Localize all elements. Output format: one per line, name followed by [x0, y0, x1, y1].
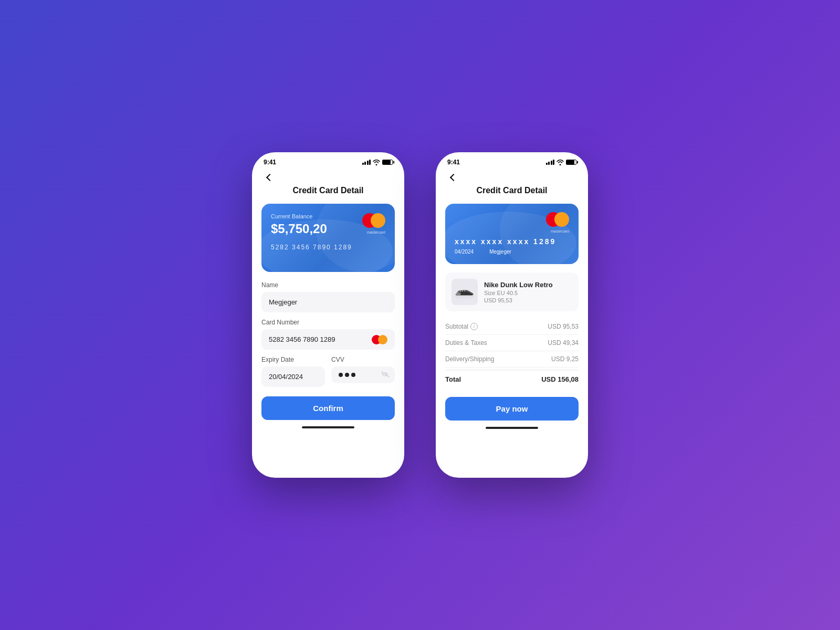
status-icons-right	[546, 160, 577, 165]
cvv-label: CVV	[331, 356, 395, 363]
info-icon: i	[470, 323, 478, 330]
mastercard-icon-field	[372, 334, 388, 345]
pay-now-button[interactable]: Pay now	[445, 397, 579, 421]
page-title-left: Credit Card Detail	[252, 186, 404, 195]
status-bar-right: 9:41	[436, 152, 588, 168]
credit-card-right: mastercard xxxx xxxx xxxx 1289 04/2024 M…	[445, 204, 579, 264]
wifi-icon	[373, 160, 380, 165]
mc-right-circle	[371, 213, 385, 228]
battery-icon	[382, 160, 393, 165]
duties-value: USD 49,34	[548, 339, 579, 346]
back-chevron-icon-right	[450, 174, 457, 181]
card-number-input-wrapper	[261, 329, 395, 350]
cvv-dot-1	[339, 373, 343, 377]
page-title-right: Credit Card Detail	[436, 186, 588, 195]
name-label: Name	[261, 281, 395, 289]
time-left: 9:41	[264, 159, 276, 166]
eye-off-icon	[381, 371, 390, 379]
name-input[interactable]	[261, 292, 395, 312]
total-row: Total USD 156,08	[445, 370, 579, 387]
signal-icon-right	[546, 160, 555, 165]
card-number-left: 5282 3456 7890 1289	[271, 244, 385, 251]
phone-right: 9:41 Credit Card Detail	[436, 152, 588, 478]
subtotal-row: Subtotal i USD 95,53	[445, 319, 579, 335]
balance-label: Current Balance	[271, 213, 327, 219]
credit-card-left: Current Balance $5,750,20 mastercard 528…	[261, 204, 395, 272]
battery-icon-right	[566, 160, 576, 165]
product-item: Nike Dunk Low Retro Size EU 40.5 USD 95,…	[445, 272, 579, 311]
shipping-value: USD 9,25	[551, 355, 579, 363]
mc-right-circle-r	[554, 212, 569, 227]
mc-label-left: mastercard	[367, 230, 385, 234]
subtotal-label: Subtotal	[445, 323, 468, 330]
back-button-left[interactable]	[261, 170, 276, 185]
wifi-icon-right	[556, 160, 564, 165]
back-button-right[interactable]	[445, 170, 460, 185]
cvv-input[interactable]	[331, 366, 395, 383]
phone-content-left: Credit Card Detail Current Balance $5,75…	[252, 168, 404, 470]
phone-content-right: Credit Card Detail mastercard xxxx xxxx …	[436, 168, 588, 470]
expiry-input[interactable]	[261, 366, 325, 387]
signal-icon	[362, 160, 371, 165]
cvv-field-group: CVV	[331, 356, 395, 387]
card-number-label: Card Number	[261, 319, 395, 326]
shoe-icon	[453, 283, 476, 301]
status-icons-left	[362, 160, 393, 165]
product-size: Size EU 40.5	[484, 290, 553, 296]
home-indicator-right	[486, 427, 538, 429]
product-info: Nike Dunk Low Retro Size EU 40.5 USD 95,…	[484, 281, 553, 303]
card-number-field-group: Card Number	[252, 319, 404, 350]
product-price: USD 95,53	[484, 297, 553, 303]
cvv-dot-3	[351, 373, 355, 377]
product-name: Nike Dunk Low Retro	[484, 281, 553, 289]
expiry-label: Expiry Date	[261, 356, 325, 363]
time-right: 9:41	[447, 159, 460, 166]
duties-row: Duties & Taxes USD 49,34	[445, 335, 579, 351]
total-label: Total	[445, 375, 461, 383]
mc-label-right: mastercard	[551, 229, 569, 233]
subtotal-label-wrapper: Subtotal i	[445, 323, 478, 330]
mastercard-logo-right: mastercard	[546, 212, 569, 227]
expiry-field-group: Expiry Date	[261, 356, 325, 387]
cvv-dot-2	[345, 373, 349, 377]
name-field-group: Name	[252, 281, 404, 312]
duties-label: Duties & Taxes	[445, 339, 487, 346]
mastercard-logo-left: mastercard	[362, 213, 385, 228]
total-value: USD 156,08	[541, 375, 579, 383]
product-image	[452, 279, 478, 305]
home-indicator-left	[302, 426, 354, 428]
order-summary: Subtotal i USD 95,53 Duties & Taxes USD …	[445, 319, 579, 387]
expiry-cvv-row: Expiry Date CVV	[252, 356, 404, 387]
status-bar-left: 9:41	[252, 152, 404, 168]
shipping-label: Delivery/Shipping	[445, 355, 494, 363]
back-chevron-icon	[266, 174, 274, 181]
svg-point-1	[456, 292, 461, 296]
subtotal-value: USD 95,53	[548, 323, 579, 330]
phone-left: 9:41 Credit Card Detail	[252, 152, 404, 478]
confirm-button[interactable]: Confirm	[261, 396, 395, 420]
shipping-row: Delivery/Shipping USD 9,25	[445, 351, 579, 368]
